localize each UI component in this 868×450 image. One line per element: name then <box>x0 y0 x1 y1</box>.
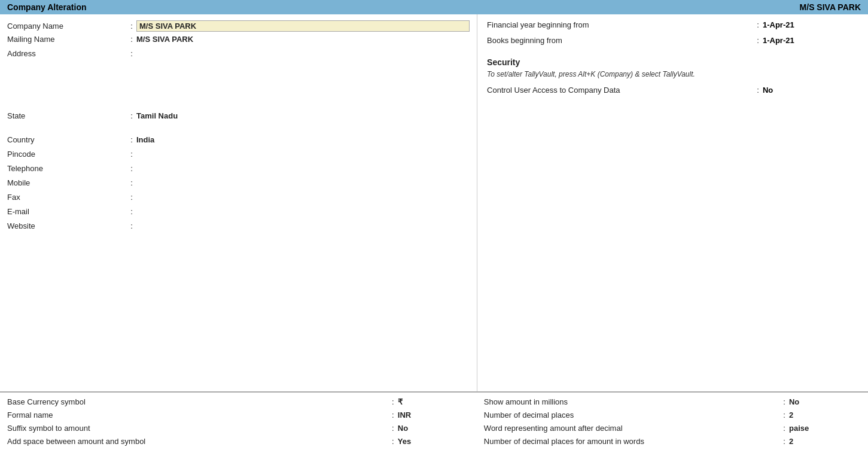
suffix-symbol-row: Suffix symbol to amount : No <box>7 424 470 436</box>
website-row: Website : <box>7 221 470 235</box>
formal-name-colon: : <box>388 411 398 419</box>
word-after-decimal-row: Word representing amount after decimal :… <box>484 424 861 436</box>
base-currency-colon: : <box>388 397 398 406</box>
address-label: Address <box>7 49 127 58</box>
control-access-colon: : <box>753 86 763 95</box>
suffix-symbol-label: Suffix symbol to amount <box>7 424 388 433</box>
bottom-right: Show amount in millions : No Number of d… <box>477 397 861 450</box>
left-panel: Company Name : M/S SIVA PARK Mailing Nam… <box>0 14 477 391</box>
bottom-left: Base Currency symbol : ₹ Formal name : I… <box>7 397 477 450</box>
fin-year-row: Financial year beginning from : 1-Apr-21 <box>487 20 858 34</box>
suffix-symbol-value: No <box>398 424 470 433</box>
website-label: Website <box>7 221 127 230</box>
decimal-words-value: 2 <box>789 437 861 446</box>
state-row: State : Tamil Nadu <box>7 111 470 124</box>
spacer-2 <box>7 73 470 83</box>
country-label: Country <box>7 135 127 144</box>
country-value: India <box>136 135 470 144</box>
spacer-6 <box>7 126 470 135</box>
decimal-words-row: Number of decimal places for amount in w… <box>484 437 861 449</box>
email-label: E-mail <box>7 207 127 216</box>
spacer-4 <box>7 92 470 102</box>
books-begin-row: Books beginning from : 1-Apr-21 <box>487 36 858 49</box>
show-millions-row: Show amount in millions : No <box>484 397 861 409</box>
country-colon: : <box>127 135 136 144</box>
mailing-name-value: M/S SIVA PARK <box>136 35 470 44</box>
fax-row: Fax : <box>7 193 470 206</box>
fax-colon: : <box>127 193 136 202</box>
company-name-row: Company Name : M/S SIVA PARK <box>7 20 470 34</box>
decimal-words-label: Number of decimal places for amount in w… <box>484 437 779 446</box>
suffix-symbol-colon: : <box>388 424 398 433</box>
title-left: Company Alteration <box>7 2 87 12</box>
books-begin-colon: : <box>753 36 763 45</box>
add-space-value: Yes <box>398 437 470 446</box>
company-name-colon: : <box>127 22 136 31</box>
main-content: Company Name : M/S SIVA PARK Mailing Nam… <box>0 14 868 391</box>
base-currency-value: ₹ <box>398 397 470 406</box>
add-space-colon: : <box>388 437 398 446</box>
word-after-decimal-label: Word representing amount after decimal <box>484 424 779 433</box>
company-name-label: Company Name <box>7 22 127 31</box>
telephone-colon: : <box>127 164 136 173</box>
formal-name-row: Formal name : INR <box>7 411 470 422</box>
mailing-name-row: Mailing Name : M/S SIVA PARK <box>7 35 470 48</box>
control-access-value: No <box>763 86 858 95</box>
base-currency-row: Base Currency symbol : ₹ <box>7 397 470 409</box>
pincode-row: Pincode : <box>7 150 470 163</box>
mailing-name-label: Mailing Name <box>7 35 127 44</box>
address-row: Address : <box>7 49 470 62</box>
decimal-places-row: Number of decimal places : 2 <box>484 411 861 422</box>
mailing-name-colon: : <box>127 35 136 44</box>
country-row: Country : India <box>7 135 470 148</box>
books-begin-label: Books beginning from <box>487 36 753 45</box>
website-colon: : <box>127 221 136 230</box>
control-access-row: Control User Access to Company Data : No <box>487 86 858 99</box>
telephone-label: Telephone <box>7 164 127 173</box>
show-millions-label: Show amount in millions <box>484 397 779 406</box>
spacer-1 <box>7 63 470 73</box>
pincode-label: Pincode <box>7 150 127 159</box>
show-millions-colon: : <box>779 397 789 406</box>
email-colon: : <box>127 207 136 216</box>
formal-name-label: Formal name <box>7 411 388 419</box>
mobile-label: Mobile <box>7 178 127 187</box>
company-name-value[interactable]: M/S SIVA PARK <box>136 20 470 32</box>
bottom-section: Base Currency symbol : ₹ Formal name : I… <box>0 392 868 450</box>
bottom-grid: Base Currency symbol : ₹ Formal name : I… <box>7 397 861 450</box>
spacer-3 <box>7 83 470 92</box>
title-bar: Company Alteration M/S SIVA PARK <box>0 0 868 14</box>
telephone-row: Telephone : <box>7 164 470 177</box>
add-space-label: Add space between amount and symbol <box>7 437 388 446</box>
decimal-words-colon: : <box>779 437 789 446</box>
spacer-5 <box>7 102 470 111</box>
fin-year-colon: : <box>753 20 763 29</box>
fax-label: Fax <box>7 193 127 202</box>
decimal-places-colon: : <box>779 411 789 419</box>
word-after-decimal-value: paise <box>789 424 861 433</box>
formal-name-value: INR <box>398 411 470 419</box>
control-access-label: Control User Access to Company Data <box>487 86 753 95</box>
decimal-places-label: Number of decimal places <box>484 411 779 419</box>
fin-year-value: 1-Apr-21 <box>763 20 858 29</box>
state-label: State <box>7 111 127 120</box>
fin-year-label: Financial year beginning from <box>487 20 753 29</box>
pincode-colon: : <box>127 150 136 159</box>
address-colon: : <box>127 49 136 58</box>
state-colon: : <box>127 111 136 120</box>
add-space-row: Add space between amount and symbol : Ye… <box>7 437 470 449</box>
title-right: M/S SIVA PARK <box>800 2 861 12</box>
word-after-decimal-colon: : <box>779 424 789 433</box>
state-value: Tamil Nadu <box>136 111 470 120</box>
decimal-places-value: 2 <box>789 411 861 419</box>
email-row: E-mail : <box>7 207 470 220</box>
show-millions-value: No <box>789 397 861 406</box>
security-note: To set/alter TallyVault, press Alt+K (Co… <box>487 69 858 80</box>
base-currency-label: Base Currency symbol <box>7 397 388 406</box>
security-heading: Security <box>487 57 858 67</box>
mobile-colon: : <box>127 178 136 187</box>
right-panel: Financial year beginning from : 1-Apr-21… <box>477 14 868 391</box>
books-begin-value: 1-Apr-21 <box>763 36 858 45</box>
mobile-row: Mobile : <box>7 178 470 191</box>
